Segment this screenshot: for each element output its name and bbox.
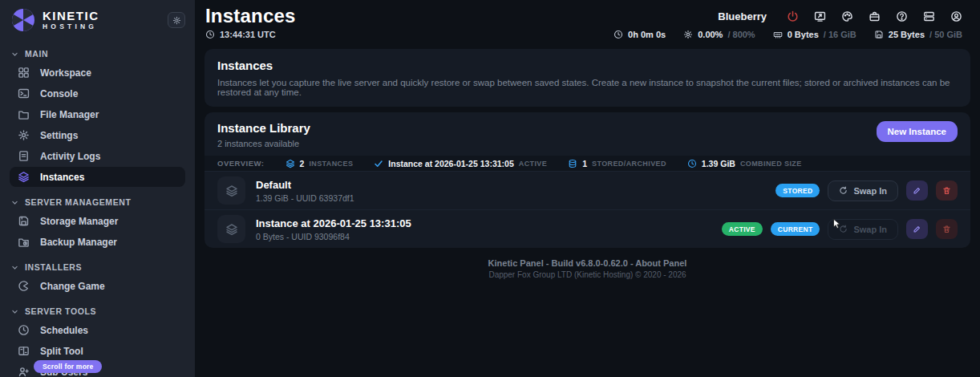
clock-icon xyxy=(18,324,30,336)
nav-section-server-tools[interactable]: SERVER TOOLS xyxy=(11,306,184,316)
instance-actions: ACTIVE CURRENT Swap In xyxy=(722,219,958,240)
sidebar-item-backup-manager[interactable]: Backup Manager xyxy=(10,232,185,252)
clock-icon xyxy=(687,159,697,168)
overview-tag: ACTIVE xyxy=(519,160,547,168)
overview-value: Instance at 2026-01-25 13:31:05 xyxy=(388,159,513,168)
utc-clock: 13:44:31 UTC xyxy=(205,30,276,39)
instances-header-card: Instances Instances let you capture the … xyxy=(205,49,970,107)
stored-badge: STORED xyxy=(775,184,820,197)
nav-item-label: Instances xyxy=(40,172,84,183)
folder-icon xyxy=(18,108,30,120)
overview-combined-size: 1.39 GiB COMBINED SIZE xyxy=(687,159,802,168)
disk-icon xyxy=(874,30,884,39)
workspace-grid-icon xyxy=(18,67,30,79)
brand-line2: HOSTING xyxy=(43,23,99,30)
disk-value: 25 Bytes xyxy=(889,30,925,39)
overview-active-instance: Instance at 2026-01-25 13:31:05 ACTIVE xyxy=(374,159,547,168)
brand-logo-icon xyxy=(11,8,35,32)
nav-section-label: MAIN xyxy=(25,49,48,59)
user-plus-icon xyxy=(18,366,30,377)
screen-share-icon[interactable] xyxy=(814,10,826,22)
sidebar-item-activity-logs[interactable]: Activity Logs xyxy=(10,146,185,166)
memory-icon xyxy=(773,30,783,39)
layers-icon xyxy=(225,223,238,236)
sidebar-item-console[interactable]: Console xyxy=(10,83,185,103)
overview-label: OVERVIEW: xyxy=(217,159,265,168)
clock-icon xyxy=(205,30,215,39)
new-instance-button[interactable]: New Instance xyxy=(877,121,958,142)
instance-tile xyxy=(217,215,245,243)
pacman-icon xyxy=(18,280,30,292)
split-icon xyxy=(18,345,30,357)
sidebar-item-schedules[interactable]: Schedules xyxy=(10,320,185,340)
sidebar-settings-button[interactable] xyxy=(168,12,185,28)
layers-icon xyxy=(225,184,238,197)
gear-icon xyxy=(172,16,181,25)
nav-item-label: Activity Logs xyxy=(40,151,100,162)
sidebar-item-storage-manager[interactable]: Storage Manager xyxy=(10,211,185,231)
terminal-icon xyxy=(18,87,30,99)
overview-instances-count: 2 INSTANCES xyxy=(285,159,354,168)
pencil-icon xyxy=(913,225,921,233)
sidebar-nav: MAIN Workspace Console File Manager Sett… xyxy=(0,37,195,377)
sidebar-item-instances[interactable]: Instances xyxy=(10,167,185,187)
brand-wordmark: KINETIC HOSTING xyxy=(43,10,99,30)
layers-icon xyxy=(285,159,295,168)
sidebar-item-change-game[interactable]: Change Game xyxy=(10,276,185,296)
nav-section-label: SERVER TOOLS xyxy=(25,306,96,316)
edit-instance-button[interactable] xyxy=(906,180,928,201)
palette-icon[interactable] xyxy=(841,10,853,22)
cpu-stat: 0.00% / 800% xyxy=(683,30,755,39)
sidebar-item-workspace[interactable]: Workspace xyxy=(10,63,185,83)
cpu-value: 0.00% xyxy=(698,30,723,39)
nav-item-label: Workspace xyxy=(40,67,91,79)
trash-icon xyxy=(942,225,951,233)
topbar: Instances Blueberry xyxy=(195,0,980,27)
footer-copyright: Dapper Fox Group LTD (Kinetic Hosting) ©… xyxy=(205,270,970,279)
cpu-limit: / 800% xyxy=(727,30,755,39)
overview-tag: INSTANCES xyxy=(309,160,353,168)
power-icon[interactable] xyxy=(787,10,799,22)
instance-tile xyxy=(217,176,245,205)
active-badge: ACTIVE xyxy=(722,222,763,236)
sidebar-item-file-manager[interactable]: File Manager xyxy=(10,104,185,124)
scroll-for-more-hint: Scroll for more xyxy=(34,360,102,373)
briefcase-icon[interactable] xyxy=(869,10,881,22)
server-rack-icon[interactable] xyxy=(923,10,935,22)
topbar-actions: Blueberry xyxy=(718,10,962,22)
nav-section-main[interactable]: MAIN xyxy=(11,49,184,59)
disk-limit: / 50 GiB xyxy=(929,30,962,39)
delete-instance-button[interactable] xyxy=(936,180,958,201)
nav-item-label: File Manager xyxy=(40,109,99,120)
instance-name: Instance at 2026-01-25 13:31:05 xyxy=(256,217,411,229)
profile-icon[interactable] xyxy=(950,10,962,22)
edit-instance-button[interactable] xyxy=(906,219,928,239)
instance-meta: 0 Bytes - UUID 93096f84 xyxy=(256,232,411,241)
disk-stat: 25 Bytes / 50 GiB xyxy=(874,30,962,39)
swap-in-button[interactable]: Swap In xyxy=(828,180,898,201)
instance-row-current: Instance at 2026-01-25 13:31:05 0 Bytes … xyxy=(205,209,970,248)
instance-meta: 1.39 GiB - UUID 63937df1 xyxy=(256,193,354,203)
delete-instance-button[interactable] xyxy=(936,219,958,239)
sidebar-item-settings[interactable]: Settings xyxy=(10,125,185,145)
library-header: Instance Library 2 instances available N… xyxy=(205,112,970,156)
memory-stat: 0 Bytes / 16 GiB xyxy=(773,30,856,39)
nav-section-installers[interactable]: INSTALLERS xyxy=(11,262,184,272)
page-title: Instances xyxy=(205,5,296,27)
sidebar-item-split-tool[interactable]: Split Tool xyxy=(10,341,185,361)
overview-tag: STORED/ARCHIVED xyxy=(592,160,666,168)
library-title: Instance Library xyxy=(217,121,310,135)
memory-value: 0 Bytes xyxy=(788,30,819,39)
clock-icon xyxy=(614,30,623,39)
save-disk-icon xyxy=(18,215,30,227)
layers-icon xyxy=(18,171,30,183)
footer-build-info: Kinetic Panel - Build v6.8.0-0.62.0 - Ab… xyxy=(205,258,970,268)
nav-item-label: Console xyxy=(40,88,78,99)
overview-value: 2 xyxy=(300,159,305,168)
help-icon[interactable] xyxy=(896,10,908,22)
nav-section-server-management[interactable]: SERVER MANAGEMENT xyxy=(11,197,184,207)
swap-in-button-disabled[interactable]: Swap In xyxy=(828,219,898,240)
uptime-value: 0h 0m 0s xyxy=(628,30,666,39)
chevron-down-icon xyxy=(11,308,18,315)
overview-value: 1 xyxy=(582,159,587,168)
